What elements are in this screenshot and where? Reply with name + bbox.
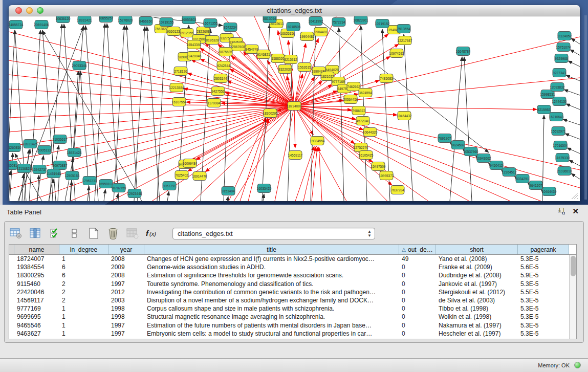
table-cell[interactable]: Hescheler et al. (1997) bbox=[436, 330, 518, 338]
table-cell[interactable]: 1 bbox=[59, 321, 108, 330]
graph-edge[interactable] bbox=[563, 119, 580, 125]
graph-edge[interactable] bbox=[312, 147, 317, 201]
table-cell[interactable]: 5.3E-5 bbox=[518, 296, 569, 304]
table-row[interactable]: 946362711997Embryonic stem cells: a mode… bbox=[9, 330, 569, 338]
table-cell[interactable]: Yano et al. (2008) bbox=[436, 255, 518, 263]
table-cell[interactable]: 1 bbox=[59, 330, 108, 338]
graph-edge[interactable] bbox=[9, 32, 294, 106]
table-cell[interactable]: 9115460 bbox=[14, 280, 59, 288]
graph-node[interactable]: 7572234 bbox=[332, 18, 345, 27]
graph-edge[interactable] bbox=[294, 106, 580, 170]
graph-node[interactable]: 11451940 bbox=[47, 169, 61, 178]
graph-edge[interactable] bbox=[570, 50, 580, 55]
table-cell[interactable]: 5.3E-5 bbox=[518, 321, 569, 330]
table-row[interactable]: 1456911722003Disruption of a novel membe… bbox=[9, 296, 569, 304]
graph-node[interactable]: 15276020 bbox=[118, 16, 133, 25]
graph-edge[interactable] bbox=[9, 30, 15, 201]
graph-node[interactable]: 17957233 bbox=[82, 177, 97, 185]
graph-edge[interactable] bbox=[294, 106, 360, 151]
graph-node[interactable]: 7462662 bbox=[347, 82, 360, 91]
graph-edge[interactable] bbox=[294, 106, 541, 201]
table-cell[interactable]: 0 bbox=[399, 313, 436, 321]
table-cell[interactable]: 5.3E-5 bbox=[518, 330, 569, 338]
table-row[interactable]: 969969511998Structural magnetic resonanc… bbox=[9, 313, 569, 321]
canvas-resize-grip[interactable] bbox=[570, 191, 579, 200]
graph-node[interactable]: 12752270 bbox=[354, 143, 368, 152]
graph-edge[interactable] bbox=[294, 106, 537, 110]
table-cell[interactable]: Tibbo et al. (1998) bbox=[436, 304, 518, 313]
table-cell[interactable]: 49 bbox=[399, 255, 436, 263]
graph-node[interactable]: 25260850 bbox=[9, 143, 21, 152]
graph-edge[interactable] bbox=[193, 106, 294, 201]
graph-node[interactable]: 16035425 bbox=[257, 184, 272, 193]
table-cell[interactable]: Genome-wide association studies in ADHD. bbox=[144, 263, 399, 271]
graph-node[interactable]: 9875685 bbox=[219, 48, 232, 56]
graph-node[interactable]: 16943662 bbox=[476, 154, 491, 163]
graph-node[interactable]: 12093832 bbox=[550, 83, 565, 92]
graph-node[interactable]: 21036610 bbox=[557, 167, 572, 176]
graph-edge[interactable] bbox=[568, 61, 580, 67]
graph-node[interactable]: 10644320 bbox=[363, 128, 378, 137]
graph-node[interactable]: 21036617 bbox=[53, 135, 68, 144]
graph-node[interactable]: 30975887 bbox=[53, 161, 68, 170]
graph-node[interactable]: 8186328 bbox=[206, 36, 219, 45]
graph-node[interactable]: 12156829 bbox=[17, 164, 32, 173]
table-cell[interactable]: 0 bbox=[399, 304, 436, 313]
graph-edge[interactable] bbox=[565, 134, 580, 139]
table-cell[interactable]: 5.3E-5 bbox=[518, 313, 569, 321]
graph-node[interactable]: 8335081 bbox=[9, 161, 17, 170]
table-cell[interactable]: 0 bbox=[399, 321, 436, 330]
graph-node[interactable]: 2822608 bbox=[197, 27, 210, 36]
graph-node[interactable]: 16210643 bbox=[549, 113, 564, 121]
graph-node[interactable]: 10655257 bbox=[99, 16, 114, 23]
graph-node[interactable]: 12444130 bbox=[552, 97, 567, 106]
graph-node[interactable]: 15751074 bbox=[556, 43, 571, 52]
graph-node[interactable]: 16823901 bbox=[354, 16, 368, 25]
column-header-year[interactable]: year bbox=[108, 245, 144, 254]
table-cell[interactable]: 0 bbox=[399, 330, 436, 338]
scrollbar-thumb[interactable] bbox=[571, 256, 576, 276]
table-cell[interactable]: 2003 bbox=[108, 296, 144, 304]
graph-node[interactable]: 8215953 bbox=[537, 105, 551, 114]
graph-edge[interactable] bbox=[230, 69, 294, 106]
graph-edge[interactable] bbox=[184, 89, 294, 106]
graph-node[interactable]: 16099484 bbox=[183, 159, 198, 168]
graph-node[interactable]: 17016504 bbox=[553, 141, 568, 150]
graph-edge[interactable] bbox=[569, 160, 580, 166]
graph-node[interactable]: 19904486 bbox=[300, 32, 315, 41]
graph-node[interactable]: 18724007 bbox=[287, 102, 302, 111]
graph-node[interactable]: 16107554 bbox=[172, 98, 187, 106]
graph-edge[interactable] bbox=[294, 106, 355, 144]
graph-node[interactable]: 10719155 bbox=[159, 18, 174, 27]
table-cell[interactable]: 6 bbox=[59, 263, 108, 271]
graph-node[interactable]: 1562615 bbox=[298, 63, 311, 72]
graph-node[interactable]: 7485083 bbox=[380, 74, 393, 83]
graph-node[interactable]: 9146821 bbox=[257, 50, 270, 59]
column-header-title[interactable]: title bbox=[144, 245, 399, 254]
table-cell[interactable]: Jankovic et al. (1997) bbox=[436, 280, 518, 288]
table-cell[interactable]: 5.5E-5 bbox=[518, 288, 569, 296]
table-cell[interactable]: 5.9E-5 bbox=[518, 271, 569, 279]
table-cell[interactable]: 2009 bbox=[108, 263, 144, 271]
graph-node[interactable]: 12364512 bbox=[502, 168, 517, 177]
graph-node[interactable]: 7637284 bbox=[391, 186, 404, 194]
graph-node[interactable]: 10636120 bbox=[56, 16, 71, 23]
table-cell[interactable]: Changes of HCN gene expression and I(f) … bbox=[144, 255, 399, 263]
graph-node[interactable]: 10719152 bbox=[375, 19, 390, 28]
graph-node[interactable]: 8466160 bbox=[139, 17, 153, 26]
graph-edge[interactable] bbox=[294, 106, 295, 148]
table-cell[interactable]: Franke et al. (2009) bbox=[436, 263, 518, 271]
column-header-short[interactable]: short bbox=[436, 245, 518, 254]
column-header-in_degree[interactable]: in_degree bbox=[59, 245, 108, 254]
graph-edge[interactable] bbox=[571, 173, 580, 179]
table-row[interactable]: 2242004622012Investigating the contribut… bbox=[9, 288, 569, 296]
graph-node[interactable]: 9153404 bbox=[222, 187, 235, 195]
table-cell[interactable]: 1997 bbox=[108, 330, 144, 338]
graph-node[interactable]: 9450412 bbox=[490, 161, 503, 170]
graph-edge[interactable] bbox=[566, 104, 580, 110]
graph-edge[interactable] bbox=[294, 106, 387, 201]
table-cell[interactable]: 1998 bbox=[108, 304, 144, 313]
graph-edge[interactable] bbox=[450, 57, 462, 201]
table-cell[interactable]: 5.3E-5 bbox=[518, 304, 569, 313]
graph-node[interactable]: 16543392 bbox=[187, 40, 202, 49]
